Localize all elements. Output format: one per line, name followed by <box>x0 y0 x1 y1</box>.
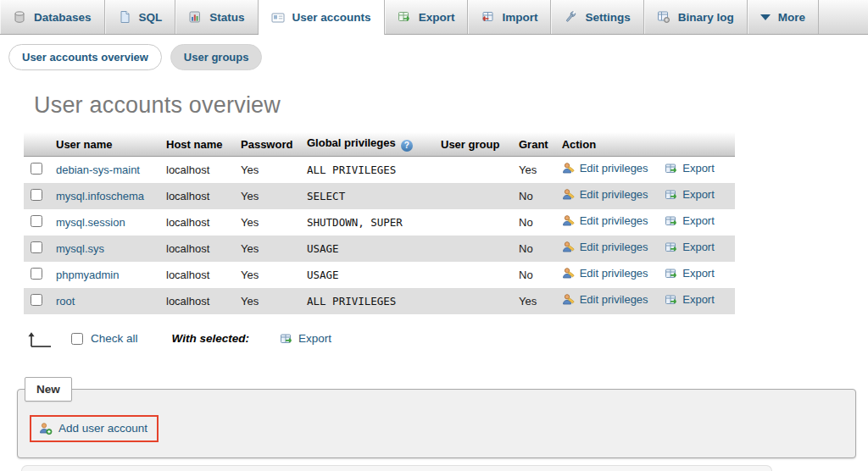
edit-privileges-icon <box>562 214 576 228</box>
user-name-link[interactable]: mysql.sys <box>56 242 104 255</box>
user-name-link[interactable]: phpmyadmin <box>56 269 119 281</box>
bulk-export-link[interactable]: Export <box>280 332 331 346</box>
user-name-link[interactable]: mysql.infoschema <box>56 190 144 202</box>
binary-log-icon <box>657 10 670 24</box>
export-table-icon <box>665 241 678 254</box>
edit-privileges-link[interactable]: Edit privileges <box>562 188 648 202</box>
password-cell: Yes <box>234 262 300 288</box>
subtab-user-groups[interactable]: User groups <box>170 44 263 70</box>
header-grant: Grant <box>512 132 555 157</box>
tab-binary-log[interactable]: Binary log <box>644 0 748 34</box>
export-table-icon <box>665 214 678 228</box>
tab-export[interactable]: Export <box>385 0 469 34</box>
edit-privileges-icon <box>562 293 576 307</box>
tab-label: Status <box>209 11 244 24</box>
export-table-icon <box>665 267 678 280</box>
tab-label: Export <box>419 11 455 24</box>
tab-label: SQL <box>139 11 163 24</box>
bulk-actions-row: Check all With selected: Export <box>25 328 868 350</box>
grant-cell: No <box>512 262 555 288</box>
header-user-group: User group <box>434 132 512 157</box>
edit-privileges-icon <box>562 188 576 202</box>
privileges-cell: USAGE <box>300 236 434 262</box>
privileges-cell: SELECT <box>300 183 434 209</box>
new-fieldset-legend: New <box>25 377 72 402</box>
tab-more[interactable]: More <box>748 0 819 34</box>
main-tab-bar: Databases SQL Status User accounts Expor… <box>0 0 868 35</box>
header-global-privileges: Global privileges? <box>300 132 434 157</box>
row-checkbox[interactable] <box>31 189 42 201</box>
row-checkbox[interactable] <box>31 215 42 227</box>
edit-privileges-link[interactable]: Edit privileges <box>562 267 648 280</box>
table-row: debian-sys-maint localhost Yes ALL PRIVI… <box>24 157 735 183</box>
password-cell: Yes <box>234 288 300 314</box>
user-group-cell <box>434 209 512 236</box>
edit-privileges-link[interactable]: Edit privileges <box>562 293 648 307</box>
tab-import[interactable]: Import <box>468 0 551 34</box>
edit-privileges-icon <box>562 267 576 280</box>
subtab-user-accounts-overview[interactable]: User accounts overview <box>8 44 162 70</box>
new-user-fieldset: New Add user account <box>17 389 856 458</box>
export-table-icon <box>665 188 678 202</box>
export-table-icon <box>665 162 678 175</box>
check-all-link[interactable]: Check all <box>91 332 138 345</box>
host-cell: localhost <box>159 262 234 288</box>
edit-privileges-link[interactable]: Edit privileges <box>562 241 648 254</box>
table-row: root localhost Yes ALL PRIVILEGES Yes Ed… <box>24 288 735 314</box>
export-user-link[interactable]: Export <box>665 293 715 307</box>
password-cell: Yes <box>234 209 300 236</box>
select-rows-arrow-icon <box>25 330 54 348</box>
user-group-cell <box>434 288 512 314</box>
export-user-link[interactable]: Export <box>665 188 715 202</box>
row-checkbox[interactable] <box>31 241 42 253</box>
edit-privileges-icon <box>562 162 576 175</box>
header-password: Password <box>234 132 300 157</box>
settings-icon <box>564 10 577 24</box>
databases-icon <box>13 10 26 24</box>
privileges-cell: ALL PRIVILEGES <box>300 157 434 183</box>
host-cell: localhost <box>159 288 234 314</box>
tab-label: Settings <box>585 11 630 24</box>
export-user-link[interactable]: Export <box>665 267 715 280</box>
table-row: mysql.session localhost Yes SHUTDOWN, SU… <box>24 209 735 236</box>
tab-user-accounts[interactable]: User accounts <box>259 0 385 35</box>
export-user-link[interactable]: Export <box>665 214 715 228</box>
export-table-icon <box>665 293 678 307</box>
password-cell: Yes <box>234 236 300 262</box>
row-checkbox[interactable] <box>31 268 42 280</box>
export-user-link[interactable]: Export <box>665 241 715 254</box>
row-checkbox[interactable] <box>31 163 42 175</box>
tab-label: Binary log <box>678 11 734 24</box>
export-table-icon <box>280 332 293 346</box>
header-host-name: Host name <box>159 132 234 157</box>
export-icon <box>398 10 411 24</box>
header-checkbox-column <box>24 132 49 157</box>
user-accounts-table: User name Host name Password Global priv… <box>24 132 735 314</box>
table-row: mysql.infoschema localhost Yes SELECT No… <box>24 183 735 209</box>
tab-label: More <box>778 11 805 24</box>
edit-privileges-link[interactable]: Edit privileges <box>562 162 648 175</box>
help-icon[interactable]: ? <box>401 140 413 152</box>
edit-privileges-link[interactable]: Edit privileges <box>562 214 648 228</box>
user-name-link[interactable]: root <box>56 295 75 308</box>
tab-settings[interactable]: Settings <box>551 0 643 34</box>
user-name-link[interactable]: debian-sys-maint <box>56 163 140 176</box>
sub-tab-bar: User accounts overview User groups <box>0 35 868 80</box>
row-checkbox[interactable] <box>31 294 42 306</box>
tab-status[interactable]: Status <box>175 0 258 34</box>
user-name-link[interactable]: mysql.session <box>56 216 125 229</box>
edit-privileges-icon <box>562 241 576 254</box>
chevron-down-icon <box>760 14 771 20</box>
check-all-checkbox[interactable] <box>71 333 83 345</box>
host-cell: localhost <box>159 236 234 262</box>
with-selected-label: With selected: <box>172 332 249 345</box>
privileges-cell: SHUTDOWN, SUPER <box>300 209 434 236</box>
page-title: User accounts overview <box>34 92 868 119</box>
tab-databases[interactable]: Databases <box>0 0 105 34</box>
add-user-account-link[interactable]: Add user account <box>58 422 147 435</box>
privileges-cell: ALL PRIVILEGES <box>300 288 434 314</box>
export-user-link[interactable]: Export <box>665 162 715 175</box>
user-group-cell <box>434 183 512 209</box>
grant-cell: No <box>512 236 555 262</box>
tab-sql[interactable]: SQL <box>105 0 176 34</box>
